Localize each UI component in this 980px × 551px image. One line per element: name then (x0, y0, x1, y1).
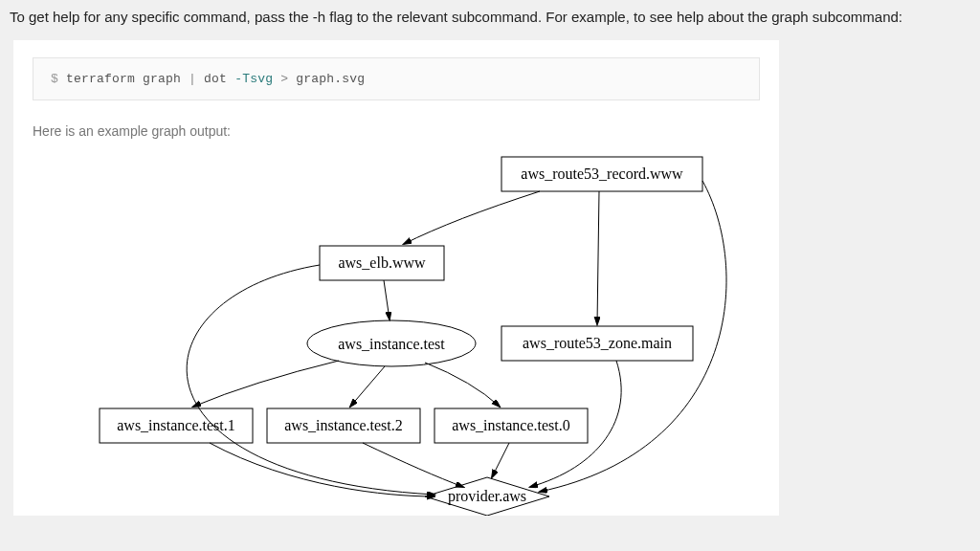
node-route53-record: aws_route53_record.www (521, 165, 683, 182)
doc-section: $ terraform graph | dot -Tsvg > graph.sv… (13, 40, 779, 516)
code-cmd-2: dot (204, 72, 227, 86)
intro-paragraph: To get help for any specific command, pa… (0, 0, 980, 33)
dependency-graph-svg: aws_route53_record.www aws_elb.www aws_i… (42, 152, 750, 516)
node-provider: provider.aws (448, 488, 526, 505)
shell-prompt: $ (51, 72, 58, 86)
node-route53-zone: aws_route53_zone.main (523, 335, 672, 351)
graph-caption: Here is an example graph output: (33, 123, 760, 139)
code-cmd-1: terraform graph (66, 72, 181, 86)
code-pipe: | (189, 72, 196, 86)
code-flag: -Tsvg (234, 72, 273, 86)
node-instance: aws_instance.test (338, 336, 445, 352)
node-elb: aws_elb.www (338, 254, 426, 271)
code-gt: > (280, 72, 288, 86)
node-inst0: aws_instance.test.0 (452, 417, 570, 433)
code-block: $ terraform graph | dot -Tsvg > graph.sv… (33, 57, 760, 100)
code-output-file: graph.svg (296, 72, 365, 86)
node-inst1: aws_instance.test.1 (117, 417, 235, 433)
graph-output: aws_route53_record.www aws_elb.www aws_i… (33, 152, 760, 516)
node-inst2: aws_instance.test.2 (284, 417, 403, 433)
